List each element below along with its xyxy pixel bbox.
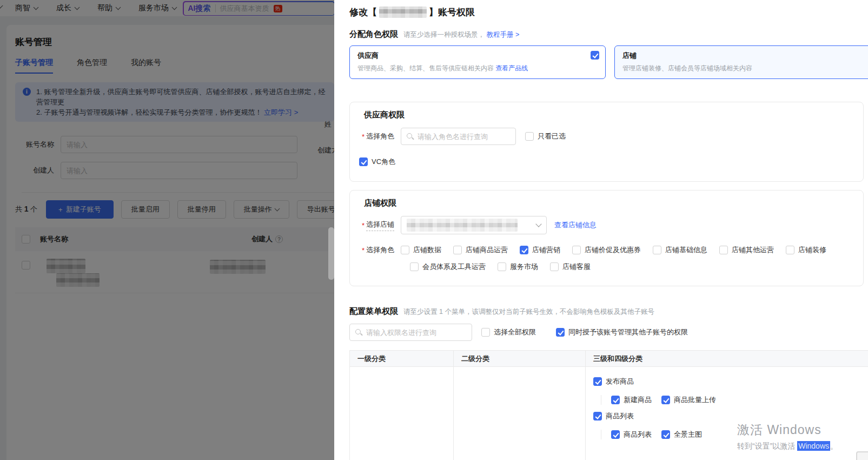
shop-permissions-section: 店铺权限 * 选择店铺 查看店铺信息 * 选择角色 bbox=[349, 190, 864, 286]
menu-permissions-heading-row: 配置菜单权限 请至少设置 1 个菜单，该调整仅对当前子账号生效，不会影响角色模板… bbox=[349, 306, 868, 317]
corner-fragment bbox=[856, 451, 868, 460]
menu-permission-controls: 选择全部权限 同时授予该账号管理其他子账号的权限 bbox=[349, 324, 868, 341]
select-role-label: * 选择角色 bbox=[362, 132, 394, 141]
shop-role-option[interactable]: 店铺基础信息 bbox=[653, 245, 707, 255]
only-selected-checkbox[interactable] bbox=[525, 132, 534, 141]
vc-role-checkbox[interactable] bbox=[359, 157, 368, 166]
card-title: 供应商 bbox=[357, 51, 598, 61]
required-mark: * bbox=[362, 133, 365, 141]
shop-role-checkbox[interactable] bbox=[572, 246, 581, 254]
redacted-account-name bbox=[379, 6, 427, 18]
menu-option[interactable]: 商品列表 bbox=[593, 411, 634, 421]
shop-role-checkbox[interactable] bbox=[520, 246, 528, 254]
select-all-permissions-option[interactable]: 选择全部权限 bbox=[481, 327, 536, 337]
shop-role-option[interactable]: 会员体系及工具运营 bbox=[410, 262, 486, 272]
shop-role-option[interactable]: 店铺客服 bbox=[550, 262, 591, 272]
shop-role-checkbox[interactable] bbox=[453, 246, 462, 254]
shop-role-option[interactable]: 店铺商品运营 bbox=[453, 245, 508, 255]
chevron-down-icon bbox=[535, 221, 541, 227]
required-mark: * bbox=[362, 246, 365, 254]
watermark-highlight: Windows bbox=[797, 441, 830, 451]
assign-roles-tip: 请至少选择一种授权场景， bbox=[403, 31, 485, 38]
screen: 商智 成长 帮助 服务市场 更多 AI搜索 bbox=[0, 0, 868, 460]
shop-role-option[interactable]: 店铺营销 bbox=[520, 245, 560, 255]
windows-activation-watermark: 激活 Windows 转到“设置”以激活 Windows。 bbox=[737, 422, 838, 451]
menu-checkbox[interactable] bbox=[661, 396, 670, 404]
level-1-cell bbox=[350, 367, 454, 460]
modal-overlay[interactable] bbox=[0, 0, 334, 460]
shop-role-option[interactable]: 店铺装修 bbox=[786, 245, 826, 255]
column-level-1: 一级分类 bbox=[350, 351, 454, 366]
grant-manage-checkbox[interactable] bbox=[556, 328, 565, 337]
select-shop-role-label: * 选择角色 bbox=[362, 245, 394, 255]
level-2-cell bbox=[454, 367, 586, 460]
search-icon bbox=[355, 329, 361, 334]
watermark-line-1: 激活 Windows bbox=[737, 422, 838, 438]
menu-option[interactable]: 全景主图 bbox=[661, 430, 702, 439]
menu-checkbox[interactable] bbox=[661, 430, 670, 439]
assign-roles-heading-row: 分配角色权限 请至少选择一种授权场景， 教程手册 > bbox=[349, 29, 868, 40]
menu-option[interactable]: 新建商品 bbox=[611, 395, 652, 405]
shop-permissions-heading: 店铺权限 bbox=[364, 198, 863, 208]
select-all-permissions-checkbox[interactable] bbox=[481, 328, 490, 337]
view-shop-info-link[interactable]: 查看店铺信息 bbox=[554, 220, 597, 230]
supplier-scene-card[interactable]: 供应商 管理商品、采购、结算、售后等供应链相关内容 查看产品线 bbox=[349, 45, 606, 79]
shop-role-option[interactable]: 店铺其他运营 bbox=[719, 245, 774, 255]
menu-permissions-tip: 请至少设置 1 个菜单，该调整仅对当前子账号生效，不会影响角色模板及其他子账号 bbox=[403, 307, 654, 317]
menu-checkbox[interactable] bbox=[593, 377, 602, 386]
supplier-scene-checkbox[interactable] bbox=[591, 51, 599, 60]
edit-permissions-drawer: 修改【 】账号权限 分配角色权限 请至少选择一种授权场景， 教程手册 > 供应商… bbox=[334, 0, 868, 460]
menu-option[interactable]: 商品列表 bbox=[611, 430, 652, 439]
vc-role-option[interactable]: VC角色 bbox=[359, 157, 395, 167]
shop-select[interactable] bbox=[401, 216, 547, 234]
shop-role-checkbox[interactable] bbox=[401, 246, 409, 254]
menu-checkbox[interactable] bbox=[611, 430, 620, 439]
shop-role-option[interactable]: 店铺价促及优惠券 bbox=[572, 245, 641, 255]
menu-option[interactable]: 发布商品 bbox=[593, 377, 634, 386]
menu-option[interactable]: 商品批量上传 bbox=[661, 395, 716, 405]
supplier-permissions-section: 供应商权限 * 选择角色 只看已选 bbox=[349, 102, 864, 182]
card-title: 店铺 bbox=[622, 51, 868, 61]
shop-role-option[interactable]: 店铺数据 bbox=[401, 245, 441, 255]
shop-role-checkbox[interactable] bbox=[786, 246, 794, 254]
menu-checkbox[interactable] bbox=[611, 396, 620, 404]
permission-search-input[interactable] bbox=[349, 324, 472, 341]
role-search-input[interactable] bbox=[401, 128, 516, 145]
drawer-title: 修改【 】账号权限 bbox=[349, 5, 868, 18]
menu-permissions-heading: 配置菜单权限 bbox=[349, 306, 398, 317]
required-mark: * bbox=[362, 221, 365, 229]
search-icon bbox=[407, 133, 412, 139]
scrollbar-thumb[interactable] bbox=[328, 227, 334, 280]
assign-roles-heading: 分配角色权限 bbox=[349, 29, 398, 40]
redacted-shop-name bbox=[407, 219, 518, 232]
column-level-2: 二级分类 bbox=[454, 351, 586, 366]
shop-role-checkbox[interactable] bbox=[719, 246, 728, 254]
shop-role-checkbox[interactable] bbox=[550, 262, 559, 271]
shop-role-option[interactable]: 服务市场 bbox=[498, 262, 538, 272]
supplier-permissions-heading: 供应商权限 bbox=[364, 110, 863, 120]
card-desc: 管理店铺装修、店铺会员等店铺场域相关内容 bbox=[622, 64, 868, 73]
shop-role-checkbox[interactable] bbox=[653, 246, 661, 254]
view-product-line-link[interactable]: 查看产品线 bbox=[495, 64, 528, 72]
card-desc: 管理商品、采购、结算、售后等供应链相关内容 查看产品线 bbox=[357, 64, 598, 73]
menu-table-header: 一级分类 二级分类 三级和四级分类 bbox=[350, 351, 868, 367]
shop-role-checkbox[interactable] bbox=[410, 262, 419, 271]
tutorial-link[interactable]: 教程手册 > bbox=[486, 31, 519, 38]
select-shop-label: * 选择店铺 bbox=[362, 220, 394, 231]
scene-cards: 供应商 管理商品、采购、结算、售后等供应链相关内容 查看产品线 店铺 管理店铺装… bbox=[349, 45, 868, 79]
shop-role-checkbox[interactable] bbox=[498, 262, 506, 271]
column-level-3-4: 三级和四级分类 bbox=[586, 351, 868, 366]
watermark-line-2: 转到“设置”以激活 Windows。 bbox=[737, 442, 838, 451]
grant-manage-option[interactable]: 同时授予该账号管理其他子账号的权限 bbox=[556, 327, 688, 337]
menu-checkbox[interactable] bbox=[593, 412, 602, 420]
only-selected-option[interactable]: 只看已选 bbox=[525, 132, 566, 141]
shop-scene-card[interactable]: 店铺 管理店铺装修、店铺会员等店铺场域相关内容 bbox=[614, 45, 868, 79]
